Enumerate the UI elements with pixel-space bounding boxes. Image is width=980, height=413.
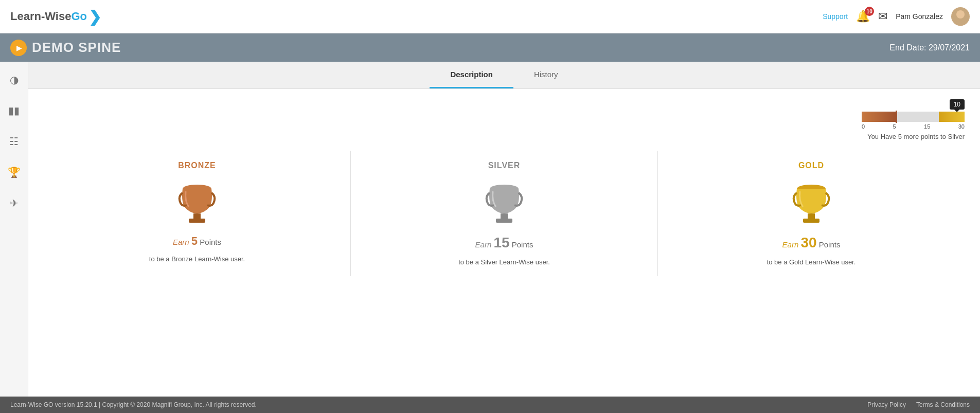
silver-earn-desc: to be a Silver Learn-Wise user. [458,258,550,266]
svg-point-1 [954,20,967,26]
tab-history[interactable]: History [513,62,579,88]
mail-icon[interactable]: ✉ [878,10,887,23]
sidebar-icon-dashboard[interactable]: ◑ [6,69,23,90]
spine-title: DEMO SPINE [32,40,121,56]
silver-earn-text: Earn 15 Points [475,235,533,251]
silver-earn-number: 15 [493,235,509,250]
sidebar-icon-list[interactable]: ☷ [5,131,23,152]
progress-section: 10 0 5 15 30 You Have 5 more p [44,99,965,140]
progress-gold-segment [939,112,965,122]
trophy-col-silver: SILVER Earn [351,151,658,276]
progress-label-30: 30 [958,123,965,130]
gold-earn-number: 30 [800,235,816,250]
gold-earn-desc: to be a Gold Learn-Wise user. [767,258,856,266]
main-layout: ◑ ▮▮ ☷ 🏆 ✈ Description History 10 [0,62,980,397]
privacy-policy-link[interactable]: Privacy Policy [867,401,906,408]
svg-rect-3 [193,213,201,219]
notification-badge: 10 [865,7,874,16]
bronze-earn-label: Points [200,238,221,246]
gold-title: GOLD [798,161,824,170]
bronze-title: BRONZE [178,161,216,170]
logo-go: Go [71,10,87,23]
sidebar-icon-chart[interactable]: ▮▮ [4,100,24,121]
progress-label-15: 15 [924,123,930,130]
footer-links: Privacy Policy Terms & Conditions [867,401,970,408]
bronze-earn-italic: Earn [173,238,191,246]
silver-title: SILVER [488,161,521,170]
footer-copyright: Learn-Wise GO version 15.20.1 | Copyrigh… [10,401,257,408]
progress-labels: 0 5 15 30 [862,123,965,130]
bronze-earn-number: 5 [191,235,198,247]
bronze-trophy-icon [176,178,218,226]
progress-tooltip: 10 [950,99,965,110]
logo-learn: Learn-Wise [10,10,71,23]
spine-play-button[interactable] [10,40,27,56]
support-link[interactable]: Support [823,12,848,21]
trophy-col-gold: GOLD Earn 3 [658,151,965,276]
logo-arrow-icon: ❯ [88,8,101,26]
gold-earn-italic: Earn [782,240,801,249]
silver-earn-italic: Earn [475,240,494,249]
silver-trophy-icon [484,178,525,226]
trophy-columns: BRONZE [44,151,965,276]
svg-point-0 [956,10,965,19]
trophy-col-bronze: BRONZE [44,151,351,276]
sidebar-icon-reports[interactable]: ✈ [6,193,23,213]
spine-bar: DEMO SPINE End Date: 29/07/2021 [0,33,980,62]
spine-end-date: End Date: 29/07/2021 [889,43,970,52]
sidebar: ◑ ▮▮ ☷ 🏆 ✈ [0,62,28,397]
logo: Learn-Wise Go ❯ [10,8,101,26]
gold-earn-label: Points [819,240,841,249]
content-area: Description History 10 0 5 [28,62,980,397]
progress-bar-track [862,112,965,122]
progress-label-0: 0 [862,123,865,130]
svg-rect-9 [808,213,815,219]
sidebar-icon-trophy[interactable]: 🏆 [4,162,25,183]
bronze-earn-desc: to be a Bronze Learn-Wise user. [149,255,245,263]
tabs-bar: Description History [28,62,980,89]
progress-label-5: 5 [893,123,896,130]
user-name: Pam Gonzalez [896,12,943,21]
footer: Learn-Wise GO version 15.20.1 | Copyrigh… [0,397,980,413]
svg-rect-6 [501,213,508,219]
svg-rect-10 [803,219,819,223]
description-content: 10 0 5 15 30 You Have 5 more p [28,89,980,397]
notification-bell[interactable]: 🔔 10 [856,10,870,23]
spine-title-wrap: DEMO SPINE [10,40,121,56]
progress-bronze-segment [862,112,896,122]
progress-hint: You Have 5 more points to Silver [867,133,965,140]
terms-link[interactable]: Terms & Conditions [916,401,970,408]
avatar[interactable] [951,7,970,26]
bronze-earn-text: Earn 5 Points [173,235,221,248]
gold-earn-text: Earn 30 Points [782,235,841,251]
svg-rect-7 [496,219,512,223]
tab-description[interactable]: Description [430,62,513,88]
svg-rect-4 [189,219,205,223]
gold-trophy-icon [791,178,832,226]
silver-earn-label: Points [512,240,533,249]
progress-bar-wrap: 0 5 15 30 [862,112,965,130]
progress-marker [896,111,897,123]
header: Learn-Wise Go ❯ Support 🔔 10 ✉ Pam Gonza… [0,0,980,33]
header-right: Support 🔔 10 ✉ Pam Gonzalez [823,7,970,26]
